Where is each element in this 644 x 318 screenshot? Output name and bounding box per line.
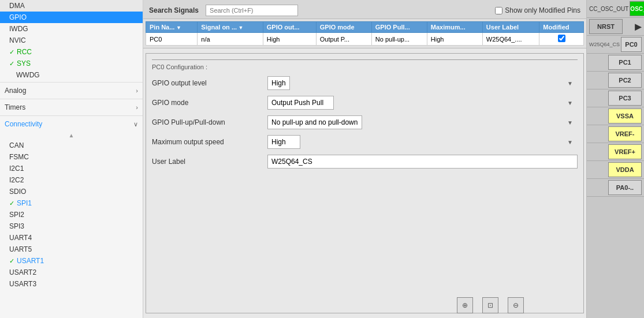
- pin-vref-plus[interactable]: VREF+: [608, 144, 642, 159]
- pin-pc1[interactable]: PC1: [608, 55, 642, 70]
- col-pin-name[interactable]: Pin Na...: [146, 22, 198, 33]
- sidebar-item-fsmc[interactable]: FSMC: [0, 151, 143, 163]
- chevron-right-icon: ›: [136, 104, 138, 111]
- zoom-in-button[interactable]: ⊕: [457, 297, 473, 313]
- sidebar-item-wwdg[interactable]: WWDG: [0, 69, 143, 81]
- sidebar-item-spi2[interactable]: SPI2: [0, 209, 143, 220]
- zoom-out-button[interactable]: ⊖: [508, 297, 524, 313]
- pin-pa0[interactable]: PA0-..: [608, 180, 642, 195]
- sidebar-item-usart2[interactable]: USART2: [0, 267, 143, 278]
- pin-pc3[interactable]: PC3: [608, 91, 642, 106]
- bottom-toolbar: ⊕ ⊡ ⊖: [452, 293, 528, 318]
- col-gpio-out[interactable]: GPIO out...: [263, 22, 316, 33]
- col-modified[interactable]: Modified: [539, 22, 584, 33]
- sidebar-item-dma[interactable]: DMA: [0, 0, 143, 12]
- sidebar-item-sys[interactable]: ✓ SYS: [0, 58, 143, 69]
- sidebar: DMA GPIO IWDG NVIC ✓ RCC ✓ SYS WWDG Anal…: [0, 0, 143, 318]
- table-row[interactable]: PC0 n/a High Output P... No pull-up... H…: [146, 33, 584, 46]
- zoom-out-icon: ⊖: [513, 301, 519, 309]
- cc-osc-label: CC_OSC_OUT: [589, 6, 630, 12]
- section-label: Analog: [5, 87, 26, 95]
- scroll-up-indicator[interactable]: ▲: [0, 131, 143, 140]
- pin-pc0[interactable]: PC0: [621, 37, 642, 52]
- cell-user-label: W25Q64_....: [482, 33, 539, 46]
- config-label-gpio-mode: GPIO mode: [152, 99, 267, 107]
- sidebar-item-label: SPI3: [9, 222, 24, 230]
- chevron-down-icon: ∨: [133, 121, 138, 128]
- config-row-gpio-output-level: GPIO output level High Low: [152, 76, 578, 90]
- section-timers[interactable]: Timers ›: [0, 100, 143, 114]
- sidebar-item-label: SPI1: [17, 199, 32, 207]
- config-label-gpio-output-level: GPIO output level: [152, 79, 267, 87]
- cell-modified: [539, 33, 584, 46]
- sidebar-item-gpio[interactable]: GPIO: [0, 12, 143, 23]
- chevron-right-icon: ›: [136, 87, 138, 94]
- sidebar-item-label: WWDG: [16, 71, 40, 79]
- cell-gpio-pull: No pull-up...: [371, 33, 427, 46]
- col-signal[interactable]: Signal on ...: [198, 22, 263, 33]
- gpio-output-level-select[interactable]: High Low: [267, 76, 290, 90]
- cell-gpio-out: High: [263, 33, 316, 46]
- max-speed-select[interactable]: Low Medium High: [267, 135, 300, 149]
- gpio-output-level-wrapper: High Low: [267, 76, 578, 90]
- sidebar-item-can[interactable]: CAN: [0, 140, 143, 151]
- pin-vssa[interactable]: VSSA: [608, 109, 642, 124]
- show-modified-checkbox[interactable]: [495, 7, 502, 14]
- col-gpio-mode[interactable]: GPIO mode: [316, 22, 371, 33]
- sidebar-item-label: USART1: [17, 257, 44, 265]
- sidebar-item-label: SDIO: [9, 188, 26, 196]
- col-max-speed[interactable]: Maximum...: [427, 22, 482, 33]
- col-gpio-pull[interactable]: GPIO Pull...: [371, 22, 427, 33]
- section-analog[interactable]: Analog ›: [0, 84, 143, 98]
- sidebar-item-sdio[interactable]: SDIO: [0, 186, 143, 197]
- col-user-label[interactable]: User Label: [482, 22, 539, 33]
- sidebar-item-uart4[interactable]: UART4: [0, 232, 143, 244]
- config-label-user-label: User Label: [152, 158, 267, 166]
- sidebar-item-iwdg[interactable]: IWDG: [0, 23, 143, 35]
- sidebar-item-label: FSMC: [9, 153, 29, 161]
- cell-signal: n/a: [198, 33, 263, 46]
- sidebar-item-label: I2C2: [9, 176, 24, 184]
- modified-checkbox[interactable]: [558, 35, 565, 42]
- sidebar-item-spi1[interactable]: ✓ SPI1: [0, 197, 143, 209]
- sidebar-item-label: SYS: [17, 59, 31, 68]
- sidebar-item-label: CAN: [9, 141, 24, 149]
- pin-vdda[interactable]: VDDA: [608, 162, 642, 177]
- config-label-max-speed: Maximum output speed: [152, 138, 267, 146]
- fit-button[interactable]: ⊡: [482, 297, 498, 313]
- sidebar-item-rcc[interactable]: ✓ RCC: [0, 46, 143, 58]
- sidebar-item-nvic[interactable]: NVIC: [0, 35, 143, 46]
- show-modified-label: Show only Modified Pins: [505, 6, 580, 14]
- pin-vref-minus[interactable]: VREF-: [608, 126, 642, 141]
- pin-pc2[interactable]: PC2: [608, 73, 642, 88]
- section-label: Timers: [5, 103, 25, 111]
- config-row-gpio-pull: GPIO Pull-up/Pull-down No pull-up and no…: [152, 115, 578, 129]
- gpio-pull-select[interactable]: No pull-up and no pull-down Pull-up Pull…: [267, 115, 362, 129]
- gpio-mode-select[interactable]: Output Push Pull Output Open Drain: [267, 96, 334, 110]
- section-connectivity[interactable]: Connectivity ∨: [0, 117, 143, 131]
- pin-nrst[interactable]: NRST: [589, 19, 623, 34]
- sidebar-item-label: UART5: [9, 245, 32, 253]
- sidebar-item-i2c1[interactable]: I2C1: [0, 163, 143, 174]
- pin-osc[interactable]: OSC_...: [630, 1, 644, 16]
- sidebar-item-spi3[interactable]: SPI3: [0, 220, 143, 232]
- config-row-max-speed: Maximum output speed Low Medium High: [152, 135, 578, 149]
- sidebar-item-usart1[interactable]: ✓ USART1: [0, 255, 143, 267]
- sidebar-item-label: RCC: [17, 48, 32, 56]
- sidebar-item-label: USART3: [9, 280, 36, 288]
- signal-table-area: Pin Na... Signal on ... GPIO out... GPIO…: [143, 19, 586, 48]
- config-title: PC0 Configuration :: [152, 59, 578, 70]
- search-label: Search Signals: [149, 6, 199, 14]
- sidebar-item-usart3[interactable]: USART3: [0, 278, 143, 290]
- sidebar-item-uart5[interactable]: UART5: [0, 244, 143, 255]
- sidebar-item-label: NVIC: [9, 36, 26, 44]
- main-content: Search Signals Show only Modified Pins P…: [143, 0, 586, 318]
- sidebar-item-label: I2C1: [9, 164, 24, 173]
- divider: [0, 115, 143, 116]
- gpio-pull-wrapper: No pull-up and no pull-down Pull-up Pull…: [267, 115, 578, 129]
- user-label-input[interactable]: [267, 155, 578, 169]
- gpio-mode-wrapper: Output Push Pull Output Open Drain: [267, 96, 578, 110]
- sidebar-item-i2c2[interactable]: I2C2: [0, 174, 143, 186]
- search-input[interactable]: [206, 5, 298, 16]
- cell-pin: PC0: [146, 33, 198, 46]
